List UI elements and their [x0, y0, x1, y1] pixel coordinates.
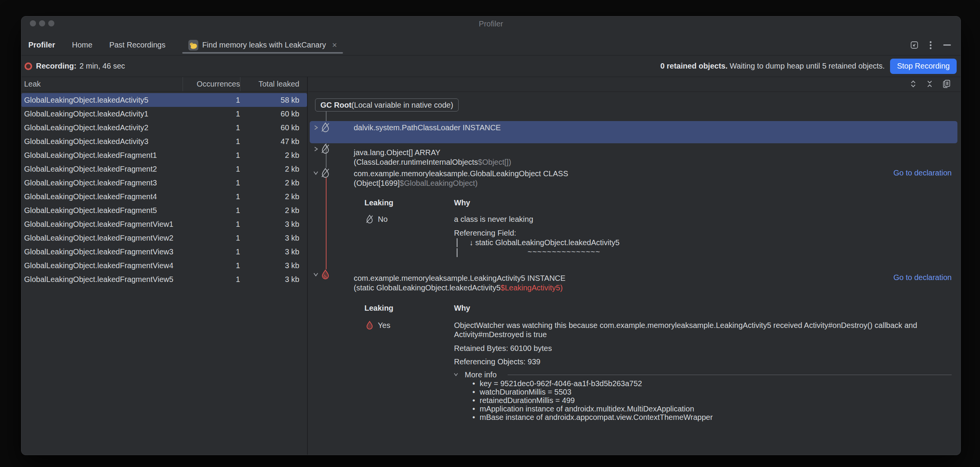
column-header-occurrences[interactable]: Occurrences [183, 77, 240, 91]
tab-leakcanary[interactable]: Find memory leaks with LeakCanary × [182, 36, 343, 54]
column-header-leak[interactable]: Leak [21, 77, 183, 91]
window-title: Profiler [21, 20, 960, 28]
more-info-item: mApplication instance of androidx.multid… [472, 405, 713, 413]
droplet-leak-icon [321, 269, 330, 280]
trace-pipe [457, 248, 457, 257]
occurrences-cell: 1 [183, 206, 240, 215]
recording-time: 2 min, 46 sec [80, 62, 125, 70]
table-row[interactable]: GlobalLeakingObject.leakedFragment4 1 2 … [21, 190, 307, 203]
column-header-total-leaked[interactable]: Total leaked [240, 77, 299, 91]
occurrences-cell: 1 [183, 96, 240, 105]
toolbar-separator [309, 92, 961, 92]
gc-root-detail: (Local variable in native code) [351, 101, 453, 110]
leak-name-cell: GlobalLeakingObject.leakedFragment1 [21, 151, 183, 160]
recording-bar: Recording: 2 min, 46 sec 0 retained obje… [21, 55, 960, 77]
more-info-list: key = 9521dec0-962f-4046-aa1f-b3d5b263a7… [472, 379, 713, 421]
droplet-no-leak-icon [321, 122, 330, 133]
titlebar: Profiler [21, 16, 960, 35]
chevron-right-icon[interactable] [313, 146, 318, 152]
total-leaked-cell: 3 kb [240, 234, 299, 243]
copy-icon[interactable] [943, 80, 951, 88]
more-info-item: key = 9521dec0-962f-4046-aa1f-b3d5b263a7… [472, 379, 713, 388]
table-header: Leak Occurrences Total leaked [21, 77, 307, 92]
stop-recording-button[interactable]: Stop Recording [890, 59, 957, 74]
tree-node-leakingactivity5[interactable]: com.example.memoryleaksample.LeakingActi… [354, 274, 565, 293]
collapse-all-icon[interactable] [926, 80, 933, 88]
table-row[interactable]: GlobalLeakingObject.leakedFragment1 1 2 … [21, 148, 307, 162]
more-info-item: retainedDurationMillis = 499 [472, 396, 713, 405]
referencing-field-value: ↓ static GlobalLeakingObject.leakedActiv… [469, 238, 619, 247]
occurrences-cell: 1 [183, 220, 240, 229]
close-tab-icon[interactable]: × [332, 41, 337, 49]
chevron-right-icon[interactable] [313, 125, 318, 131]
profiler-window: Profiler Profiler Home Past Recordings F… [21, 16, 961, 455]
tab-home[interactable]: Home [72, 41, 92, 49]
why-value: a class is never leaking [454, 215, 533, 224]
tab-leakcanary-label: Find memory leaks with LeakCanary [202, 41, 326, 49]
total-leaked-cell: 2 kb [240, 206, 299, 215]
total-leaked-cell: 2 kb [240, 179, 299, 187]
table-row[interactable]: GlobalLeakingObject.leakedFragmentView1 … [21, 217, 307, 231]
go-to-declaration-link[interactable]: Go to declaration [893, 169, 952, 177]
total-leaked-cell: 2 kb [240, 165, 299, 174]
leak-name-cell: GlobalLeakingObject.leakedFragment4 [21, 192, 183, 201]
total-leaked-cell: 3 kb [240, 275, 299, 284]
tree-node-subtitle: (ClassLoader.runtimeInternalObjects$Obje… [354, 157, 511, 167]
occurrences-cell: 1 [183, 247, 240, 256]
kebab-menu-icon[interactable] [929, 41, 932, 49]
dock-window-icon[interactable] [911, 41, 918, 49]
table-row[interactable]: GlobalLeakingObject.leakedActivity1 1 60… [21, 107, 307, 121]
table-row[interactable]: GlobalLeakingObject.leakedFragment5 1 2 … [21, 203, 307, 217]
referencing-field-label: Referencing Field: [454, 228, 516, 238]
toolbar-actions [911, 41, 951, 49]
tree-node-object-array[interactable]: java.lang.Object[] ARRAY (ClassLoader.ru… [354, 148, 511, 167]
retained-bytes: Retained Bytes: 60100 bytes [454, 344, 552, 353]
total-leaked-cell: 3 kb [240, 247, 299, 256]
tree-node-title: com.example.memoryleaksample.GlobalLeaki… [354, 169, 568, 179]
chevron-down-icon[interactable] [453, 372, 459, 377]
table-row[interactable]: GlobalLeakingObject.leakedFragmentView5 … [21, 272, 307, 286]
go-to-declaration-link[interactable]: Go to declaration [893, 273, 952, 282]
total-leaked-cell: 60 kb [240, 123, 299, 132]
table-row[interactable]: GlobalLeakingObject.leakedFragment3 1 2 … [21, 176, 307, 190]
tree-node-globalleakingobject[interactable]: com.example.memoryleaksample.GlobalLeaki… [354, 169, 568, 188]
tree-node-pathclassloader[interactable]: dalvik.system.PathClassLoader INSTANCE [354, 123, 501, 133]
trace-line-red [326, 178, 327, 269]
table-row[interactable]: GlobalLeakingObject.leakedFragmentView4 … [21, 259, 307, 272]
leaking-value: Yes [378, 321, 390, 330]
retained-message: Waiting to dump heap until 5 retained ob… [728, 62, 885, 70]
expand-all-icon[interactable] [910, 80, 916, 88]
why-column-header: Why [454, 303, 470, 313]
more-info-item: mBase instance of androidx.appcompat.vie… [472, 413, 713, 421]
occurrences-cell: 1 [183, 165, 240, 174]
chevron-down-icon[interactable] [313, 170, 319, 175]
chevron-down-icon[interactable] [313, 272, 319, 277]
trace-toolbar [910, 80, 951, 88]
table-row[interactable]: GlobalLeakingObject.leakedFragmentView3 … [21, 245, 307, 259]
canary-bird-icon [188, 40, 198, 51]
tree-node-title: com.example.memoryleaksample.LeakingActi… [354, 274, 565, 283]
leak-name-cell: GlobalLeakingObject.leakedFragmentView5 [21, 275, 183, 284]
table-row[interactable]: GlobalLeakingObject.leakedActivity2 1 60… [21, 121, 307, 134]
total-leaked-cell: 58 kb [240, 96, 299, 105]
leak-name-cell: GlobalLeakingObject.leakedFragmentView3 [21, 247, 183, 256]
tab-profiler[interactable]: Profiler [28, 41, 55, 49]
gc-root-label: GC Root [320, 101, 351, 110]
tab-past-recordings[interactable]: Past Recordings [109, 41, 165, 49]
table-row[interactable]: GlobalLeakingObject.leakedFragmentView2 … [21, 231, 307, 245]
table-row[interactable]: GlobalLeakingObject.leakedFragment2 1 2 … [21, 162, 307, 176]
minimize-icon[interactable] [943, 44, 951, 46]
leak-name-cell: GlobalLeakingObject.leakedFragmentView2 [21, 234, 183, 243]
more-info-toggle[interactable]: More info [465, 370, 497, 380]
occurrences-cell: 1 [183, 137, 240, 146]
tree-node-subtitle: (static GlobalLeakingObject.leakedActivi… [354, 283, 565, 293]
gc-root-box: GC Root (Local variable in native code) [315, 98, 459, 111]
occurrences-cell: 1 [183, 179, 240, 187]
table-row[interactable]: GlobalLeakingObject.leakedActivity5 1 58… [21, 93, 307, 107]
total-leaked-cell: 60 kb [240, 110, 299, 118]
leak-name-cell: GlobalLeakingObject.leakedFragment3 [21, 179, 183, 187]
more-info-item: watchDurationMillis = 5503 [472, 388, 713, 396]
occurrences-cell: 1 [183, 151, 240, 160]
table-row[interactable]: GlobalLeakingObject.leakedActivity3 1 47… [21, 134, 307, 148]
why-column-header: Why [454, 198, 470, 208]
